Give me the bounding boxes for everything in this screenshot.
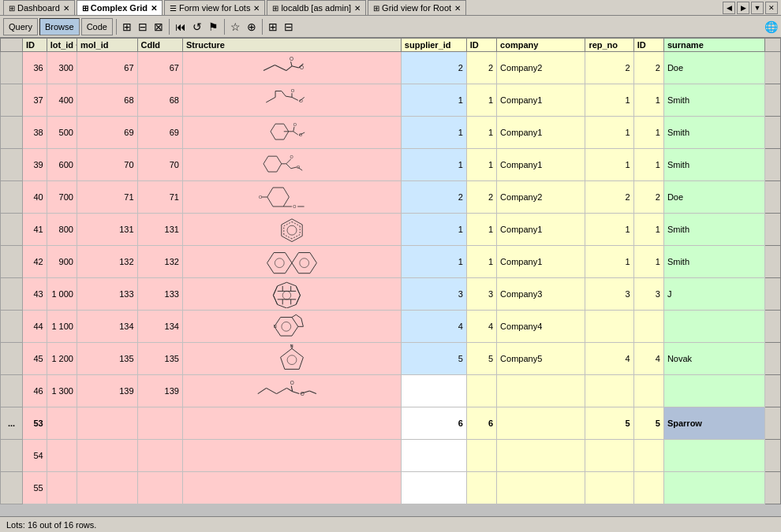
- cell-scroll-spacer: [764, 246, 780, 278]
- header-structure[interactable]: Structure: [182, 39, 401, 52]
- nav-first-icon[interactable]: ⏮: [173, 18, 189, 35]
- table-row[interactable]: 407007171 O O 22Company222Doe: [1, 181, 781, 214]
- form-lots-tab-icon: ☰: [170, 4, 177, 13]
- browse-button[interactable]: Browse: [39, 18, 80, 35]
- tab-grid-root[interactable]: ⊞ Grid view for Root ✕: [368, 0, 466, 15]
- row-expand[interactable]: [1, 181, 23, 214]
- table-row[interactable]: 55: [1, 472, 781, 504]
- cell-company: Company3: [497, 278, 585, 311]
- nav-next-button[interactable]: ▶: [737, 2, 749, 14]
- header-surname[interactable]: surname: [663, 39, 764, 52]
- row-expand[interactable]: [1, 117, 23, 149]
- table-row[interactable]: 374006868 O O 11Company111Smith: [1, 84, 781, 117]
- header-company[interactable]: company: [497, 39, 585, 52]
- table-row[interactable]: 42900132132 11Company111Smith: [1, 246, 781, 278]
- row-expand[interactable]: [1, 311, 23, 343]
- grid-root-tab-label: Grid view for Root: [382, 3, 451, 13]
- grid-container[interactable]: ID lot_id · info mol_id CdId Structure s…: [0, 38, 781, 516]
- dashboard-tab-icon: ⊞: [9, 4, 15, 13]
- header-mol-id[interactable]: mol_id: [77, 39, 137, 52]
- table-row[interactable]: 363006767 O O 22Company222Doe: [1, 52, 781, 84]
- cell-mol: [77, 472, 137, 504]
- cell-repno: 2: [585, 52, 633, 84]
- row-expand[interactable]: [1, 375, 23, 407]
- header-cdid[interactable]: CdId: [137, 39, 182, 52]
- nav-close-button[interactable]: ✕: [765, 2, 778, 14]
- table-row[interactable]: 431 000133133 33Company333J: [1, 278, 781, 311]
- table-row[interactable]: 54: [1, 440, 781, 472]
- header-id3[interactable]: ID: [633, 39, 663, 52]
- svg-point-50: [300, 259, 309, 268]
- localdb-tab-close[interactable]: ✕: [354, 4, 361, 13]
- export-icon[interactable]: ⊟: [282, 18, 296, 35]
- row-expand[interactable]: [1, 440, 23, 472]
- row-expand[interactable]: [1, 214, 23, 246]
- row-expand[interactable]: ...: [1, 407, 23, 440]
- table-row[interactable]: ...536655Sparrow: [1, 407, 781, 440]
- cell-id3: [633, 311, 663, 343]
- grid-root-tab-close[interactable]: ✕: [454, 4, 461, 13]
- table-row[interactable]: 41800131131 11Company111Smith: [1, 214, 781, 246]
- cell-repno: 1: [585, 117, 633, 149]
- cell-cdid: 133: [137, 278, 182, 311]
- nav-fwd-icon[interactable]: ⚑: [206, 18, 221, 35]
- code-button[interactable]: Code: [81, 18, 113, 35]
- table-icon-3[interactable]: ⊠: [151, 18, 166, 35]
- table-icon-1[interactable]: ⊞: [120, 18, 134, 35]
- bookmark-icon[interactable]: ☆: [228, 18, 243, 35]
- header-dots[interactable]: [1, 39, 23, 52]
- title-bar: ⊞ Dashboard ✕ ⊞ Complex Grid ✕ ☰ Form vi…: [0, 0, 781, 16]
- nav-menu-button[interactable]: ▼: [751, 2, 764, 14]
- tab-form-lots[interactable]: ☰ Form view for Lots ✕: [164, 0, 265, 15]
- query-button[interactable]: Query: [3, 18, 38, 35]
- table-icon-2[interactable]: ⊟: [136, 18, 150, 35]
- cell-repno: [585, 311, 633, 343]
- cell-id: 54: [23, 440, 47, 472]
- header-repno[interactable]: rep_no: [585, 39, 633, 52]
- cell-id2: [466, 375, 496, 407]
- cell-surname: [663, 375, 764, 407]
- svg-text:O: O: [290, 56, 293, 61]
- tab-localdb[interactable]: ⊞ localdb [as admin] ✕: [267, 0, 366, 15]
- nav-prev-button[interactable]: ◀: [723, 2, 735, 14]
- row-expand[interactable]: [1, 84, 23, 117]
- filter-icon[interactable]: ⊕: [245, 18, 259, 35]
- cell-supplier: 1: [401, 84, 466, 117]
- row-expand[interactable]: [1, 149, 23, 181]
- table-row[interactable]: 441 100134134 N 44Company4: [1, 311, 781, 343]
- form-lots-tab-close[interactable]: ✕: [253, 4, 260, 13]
- row-expand[interactable]: [1, 472, 23, 504]
- complex-grid-tab-close[interactable]: ✕: [151, 4, 157, 13]
- row-expand[interactable]: [1, 343, 23, 375]
- svg-point-74: [287, 355, 297, 365]
- row-expand[interactable]: [1, 246, 23, 278]
- table-row[interactable]: 385006969 O O 11Company111Smith: [1, 117, 781, 149]
- svg-marker-33: [267, 188, 290, 206]
- world-icon[interactable]: 🌐: [764, 20, 778, 33]
- tab-dashboard[interactable]: ⊞ Dashboard ✕: [3, 0, 75, 15]
- header-lot-info[interactable]: lot_id · info: [47, 39, 77, 52]
- table-row[interactable]: 451 200135135 N H 55Company544Novak: [1, 343, 781, 375]
- cell-id: 38: [23, 117, 47, 149]
- dashboard-tab-close[interactable]: ✕: [63, 4, 69, 13]
- header-id2[interactable]: ID: [466, 39, 496, 52]
- cell-mol: 134: [77, 311, 137, 343]
- separator-2: [169, 19, 170, 35]
- cell-lot: 600: [47, 149, 77, 181]
- row-expand[interactable]: [1, 52, 23, 84]
- row-expand[interactable]: [1, 278, 23, 311]
- tab-complex-grid[interactable]: ⊞ Complex Grid ✕: [77, 0, 163, 15]
- grid-view-icon[interactable]: ⊞: [266, 18, 280, 35]
- cell-id: 41: [23, 214, 47, 246]
- nav-refresh-icon[interactable]: ↺: [190, 18, 204, 35]
- svg-line-64: [292, 314, 296, 317]
- cell-cdid: 69: [137, 117, 182, 149]
- header-supplier[interactable]: supplier_id: [401, 39, 466, 52]
- header-id[interactable]: ID: [23, 39, 47, 52]
- table-row[interactable]: 461 300139139 O O: [1, 375, 781, 407]
- svg-line-20: [293, 127, 294, 132]
- cell-structure: [182, 214, 401, 246]
- table-row[interactable]: 396007070 O O 11Company111Smith: [1, 149, 781, 181]
- cell-structure: [182, 440, 401, 472]
- cell-id2: 6: [466, 407, 496, 440]
